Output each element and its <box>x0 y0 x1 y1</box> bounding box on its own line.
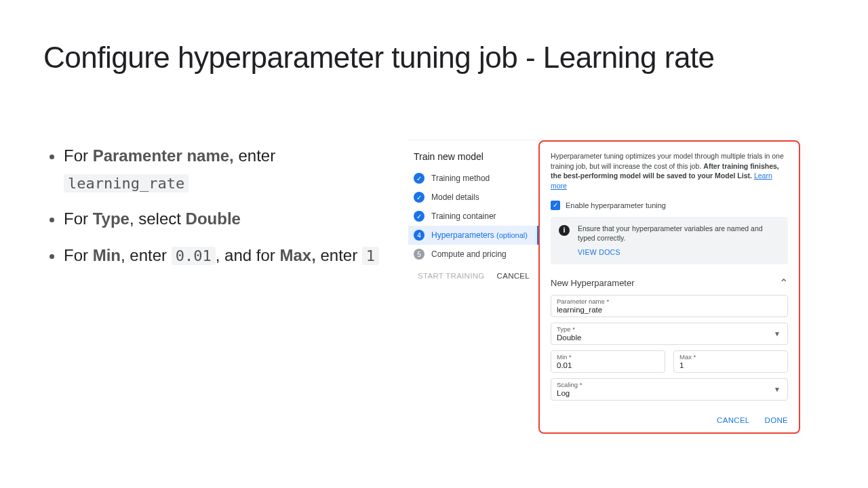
check-icon: ✓ <box>414 192 425 203</box>
scaling-select[interactable]: Scaling * Log ▼ <box>551 378 788 401</box>
enable-tuning-row[interactable]: ✓ Enable hyperparameter tuning <box>551 201 788 210</box>
info-icon: i <box>559 225 570 236</box>
view-docs-link[interactable]: VIEW DOCS <box>578 247 780 258</box>
text: enter <box>316 246 362 264</box>
step-number-icon: 5 <box>414 249 425 260</box>
field-value: 1 <box>679 361 782 369</box>
wizard-actions: START TRAINING CANCEL <box>408 264 538 280</box>
wizard-sidebar: Train new model ✓ Training method ✓ Mode… <box>408 140 538 434</box>
wizard-step-model-details[interactable]: ✓ Model details <box>408 188 538 207</box>
cancel-button[interactable]: CANCEL <box>497 272 530 280</box>
parameter-name-field[interactable]: Parameter name * learning_rate <box>551 295 788 317</box>
step-label: Model details <box>431 192 479 202</box>
step-label: Training container <box>431 211 496 221</box>
dropdown-caret-icon: ▼ <box>774 386 781 393</box>
field-value: Log <box>557 389 782 397</box>
text: For <box>64 246 93 264</box>
checkbox-checked-icon[interactable]: ✓ <box>551 201 560 210</box>
text: , and for <box>216 246 280 264</box>
field-value: learning_rate <box>557 306 782 314</box>
field-label: Parameter name * <box>557 298 782 305</box>
step-number-icon: 4 <box>414 230 425 241</box>
dialog-done-button[interactable]: DONE <box>765 416 788 424</box>
field-label: Min * <box>557 353 659 361</box>
field-label: Type * <box>557 325 782 333</box>
dropdown-caret-icon: ▼ <box>774 330 781 338</box>
field-label: Scaling * <box>557 381 782 388</box>
code-min-value: 0.01 <box>172 247 216 265</box>
text: , select <box>130 209 186 228</box>
label-max: Max, <box>279 246 315 264</box>
text: For <box>64 146 93 165</box>
max-field[interactable]: Max * 1 <box>673 350 788 373</box>
wizard-step-training-container[interactable]: ✓ Training container <box>408 207 538 226</box>
dialog-cancel-button[interactable]: CANCEL <box>717 416 749 424</box>
text: , enter <box>121 246 172 264</box>
section-label: New Hyperparameter <box>551 278 635 288</box>
wizard-step-compute-pricing[interactable]: 5 Compute and pricing <box>408 245 538 264</box>
code-max-value: 1 <box>362 247 379 265</box>
field-value: Double <box>557 333 782 342</box>
instruction-item: For Min, enter 0.01, and for Max, enter … <box>64 242 389 269</box>
checkbox-label: Enable hyperparameter tuning <box>566 201 666 209</box>
code-learning-rate: learning_rate <box>64 174 189 192</box>
step-label: Compute and pricing <box>431 249 507 259</box>
step-label: Hyperparameters (optional) <box>431 230 528 240</box>
field-label: Max * <box>679 353 782 361</box>
new-hyperparameter-header[interactable]: New Hyperparameter ⌃ <box>551 277 788 289</box>
instruction-list: For Paramenter name, enter learning_rate… <box>43 142 389 278</box>
label-type: Type <box>93 209 130 228</box>
min-field[interactable]: Min * 0.01 <box>551 350 665 373</box>
label-double: Double <box>186 209 241 228</box>
info-text: Ensure that your hyperparameter variable… <box>578 224 763 243</box>
wizard-step-hyperparameters[interactable]: 4 Hyperparameters (optional) <box>408 226 538 245</box>
type-select[interactable]: Type * Double ▼ <box>551 323 788 345</box>
label-parameter-name: Paramenter name, <box>93 146 234 165</box>
text: For <box>64 209 93 228</box>
dialog-actions: CANCEL DONE <box>551 404 788 424</box>
wizard-step-training-method[interactable]: ✓ Training method <box>408 169 538 188</box>
dialog-mockup: Train new model ✓ Training method ✓ Mode… <box>408 140 800 434</box>
label-min: Min <box>93 246 121 264</box>
wizard-title: Train new model <box>408 148 538 169</box>
slide-title: Configure hyperparameter tuning job - Le… <box>43 41 715 75</box>
step-label: Training method <box>431 174 490 183</box>
hyperparameter-panel: Hyperparameter tuning optimizes your mod… <box>538 140 800 434</box>
info-box: i Ensure that your hyperparameter variab… <box>551 217 788 264</box>
text: enter <box>234 146 275 165</box>
start-training-button[interactable]: START TRAINING <box>418 272 485 280</box>
intro-text: Hyperparameter tuning optimizes your mod… <box>551 151 788 191</box>
check-icon: ✓ <box>414 173 425 184</box>
instruction-item: For Paramenter name, enter learning_rate <box>64 142 389 196</box>
chevron-up-icon: ⌃ <box>779 277 788 289</box>
field-value: 0.01 <box>557 361 659 369</box>
instruction-item: For Type, select Double <box>64 205 389 232</box>
check-icon: ✓ <box>414 211 425 222</box>
